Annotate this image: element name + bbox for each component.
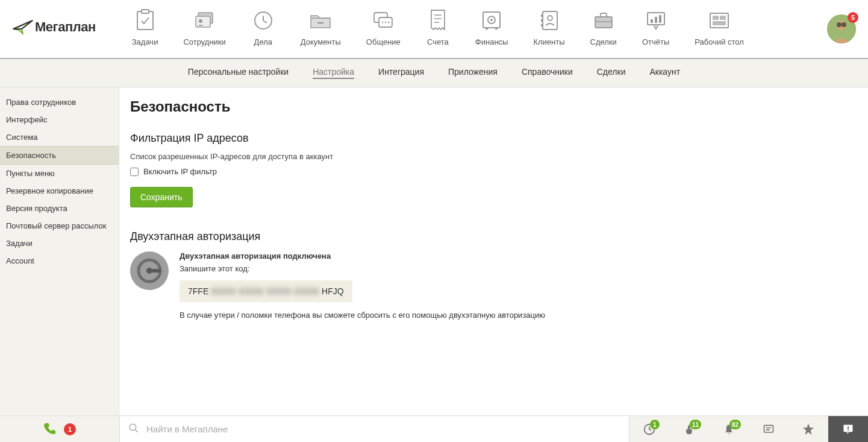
page-title: Безопасность <box>130 98 868 115</box>
chat-icon <box>763 423 775 435</box>
topnav-desktop[interactable]: Рабочий стол <box>695 8 744 46</box>
search-bar <box>119 416 629 443</box>
topnav-finance[interactable]: Финансы <box>475 8 508 46</box>
bottombar-chat[interactable] <box>749 416 788 442</box>
svg-rect-17 <box>541 14 543 17</box>
svg-rect-1 <box>142 10 149 13</box>
topnav-label: Задачи <box>132 37 158 46</box>
topnav-clients[interactable]: Клиенты <box>533 8 564 46</box>
bottombar-clock[interactable]: 1 <box>629 416 669 442</box>
search-input[interactable] <box>120 416 629 443</box>
sidebar-item-security[interactable]: Безопасность <box>0 146 119 165</box>
bottombar-feedback[interactable] <box>828 416 868 442</box>
svg-rect-25 <box>659 15 661 23</box>
svg-point-10 <box>388 22 389 23</box>
clock-icon <box>251 8 275 33</box>
topnav-chat[interactable]: Общение <box>366 8 401 46</box>
topnav-label: Отчёты <box>642 37 669 46</box>
code-suffix: HFJQ <box>322 286 344 296</box>
ip-filter-checkbox[interactable] <box>130 168 139 176</box>
svg-rect-43 <box>848 429 849 431</box>
sidebar-item-system[interactable]: Система <box>0 128 119 146</box>
topnav-label: Дела <box>254 37 272 46</box>
sidebar-item-tasks[interactable]: Задачи <box>0 235 119 252</box>
bell-badge: 82 <box>729 420 741 429</box>
authenticator-icon <box>130 251 169 290</box>
sidebar-item-product-version[interactable]: Версия продукта <box>0 200 119 217</box>
folder-icon <box>308 8 333 33</box>
id-cards-icon <box>193 8 217 33</box>
dashboard-icon <box>707 8 731 33</box>
search-icon <box>128 423 139 435</box>
sidebar-item-account[interactable]: Account <box>0 252 119 270</box>
sidebar-item-menu-items[interactable]: Пункты меню <box>0 165 119 182</box>
briefcase-icon <box>592 8 616 33</box>
topnav-label: Общение <box>366 37 401 46</box>
subnav-personal-settings[interactable]: Персональные настройки <box>188 67 289 79</box>
svg-rect-15 <box>495 28 498 30</box>
sidebar: Права сотрудников Интерфейс Система Безо… <box>0 87 119 417</box>
user-avatar[interactable]: 5 <box>827 14 856 43</box>
topnav-invoices[interactable]: Счета <box>426 8 450 46</box>
svg-rect-23 <box>651 19 653 23</box>
svg-point-33 <box>841 22 846 27</box>
address-book-icon <box>537 8 561 33</box>
subnav-directories[interactable]: Справочники <box>522 67 573 79</box>
content: Безопасность Фильтрация IP адресов Списо… <box>119 87 868 417</box>
subnav-account[interactable]: Аккаунт <box>649 67 680 79</box>
topnav-label: Клиенты <box>533 37 564 46</box>
chart-board-icon <box>644 8 668 33</box>
save-button[interactable]: Сохранить <box>130 187 193 207</box>
bottombar-bell[interactable]: 82 <box>709 416 749 442</box>
paper-plane-icon <box>12 18 34 36</box>
subnav-integration[interactable]: Интеграция <box>378 67 424 79</box>
svg-point-13 <box>490 19 493 21</box>
sidebar-item-mail-server[interactable]: Почтовый сервер рассылок <box>0 217 119 235</box>
code-hidden: XXXX XXXX XXXX XXXX <box>211 286 319 296</box>
sidebar-item-backup[interactable]: Резервное копирование <box>0 182 119 200</box>
topnav-deals[interactable]: Дела <box>251 8 275 46</box>
svg-point-38 <box>130 424 136 431</box>
sidebar-item-employee-rights[interactable]: Права сотрудников <box>0 93 119 111</box>
bottombar-left: 1 <box>0 422 119 436</box>
svg-rect-42 <box>848 426 849 429</box>
ip-filter-checkbox-label: Включить IP фильтр <box>143 167 217 176</box>
topnav-label: Сделки <box>590 37 617 46</box>
svg-point-20 <box>548 16 552 21</box>
logo[interactable]: Мегаплан <box>12 18 96 36</box>
ip-filter-description: Список разрешенных IP-адресов для доступ… <box>130 152 868 161</box>
sidebar-item-interface[interactable]: Интерфейс <box>0 111 119 128</box>
bottombar-star[interactable] <box>788 416 828 442</box>
clock-badge: 1 <box>650 420 660 429</box>
topnav-tasks[interactable]: Задачи <box>132 8 158 46</box>
topnav-label: Сотрудники <box>183 37 225 46</box>
svg-point-9 <box>385 22 386 23</box>
chat-bubbles-icon <box>371 8 395 33</box>
topnav-documents[interactable]: Документы <box>301 8 341 46</box>
topnav-reports[interactable]: Отчёты <box>642 8 669 46</box>
topnav-label: Рабочий стол <box>695 37 744 46</box>
topnav-employees[interactable]: Сотрудники <box>183 8 225 46</box>
subnav-apps[interactable]: Приложения <box>448 67 498 79</box>
svg-rect-27 <box>713 16 719 20</box>
svg-point-8 <box>382 22 383 23</box>
subnav-deals[interactable]: Сделки <box>597 67 626 79</box>
ip-filter-checkbox-row[interactable]: Включить IP фильтр <box>130 167 868 176</box>
phone-badge: 1 <box>64 423 76 435</box>
bottombar-fire[interactable]: 11 <box>669 416 709 442</box>
svg-rect-0 <box>137 11 153 30</box>
subnav-settings[interactable]: Настройка <box>313 67 354 79</box>
recovery-code: 7FFE XXXX XXXX XXXX XXXX HFJQ <box>180 280 352 302</box>
twofa-status: Двухэтапная авторизация подключена <box>180 251 545 260</box>
svg-rect-18 <box>541 19 543 22</box>
bottombar-right: 1 11 82 <box>629 416 868 442</box>
phone-icon[interactable] <box>43 422 55 436</box>
topnav-trades[interactable]: Сделки <box>590 8 617 46</box>
fire-badge: 11 <box>690 420 701 429</box>
feedback-icon <box>842 423 854 435</box>
logo-text: Мегаплан <box>35 19 96 35</box>
svg-point-37 <box>146 268 152 274</box>
topnav-label: Документы <box>301 37 341 46</box>
star-icon <box>802 423 815 436</box>
svg-rect-28 <box>720 16 726 20</box>
